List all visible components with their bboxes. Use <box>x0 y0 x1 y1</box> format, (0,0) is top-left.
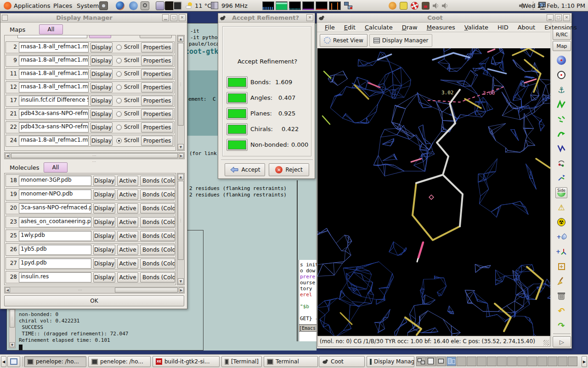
molecule-bonds-button[interactable]: Bonds (Colou <box>140 259 175 269</box>
molecule-bonds-button[interactable]: Bonds (Colou <box>140 190 175 200</box>
molecules-all-button[interactable]: All <box>44 162 68 172</box>
workspace-cell[interactable] <box>548 356 557 366</box>
molecule-active-button[interactable]: Active <box>117 259 138 269</box>
molecule-display-button[interactable]: Display <box>93 245 115 255</box>
workspace-cell[interactable] <box>467 356 476 366</box>
molecule-active-button[interactable]: Active <box>117 272 138 282</box>
molecule-active-button[interactable]: Active <box>117 217 138 227</box>
map-name-entry[interactable]: insulin.fcf.cif Difference Sig <box>19 96 89 106</box>
map-display-button[interactable]: Display <box>90 42 113 52</box>
workspace-cell[interactable] <box>558 356 567 366</box>
map-name-entry[interactable]: rnasa-1.8-all_refmac1.mtz F <box>19 42 89 52</box>
menu-places[interactable]: Places <box>53 0 72 11</box>
maps-vscrollbar[interactable]: ▲ ⋮ ▼ <box>177 35 185 151</box>
tray-speaker-icon[interactable] <box>432 2 440 9</box>
window-menu-icon[interactable] <box>2 15 8 21</box>
thunderbird-launcher-icon[interactable] <box>129 1 138 10</box>
menu-measures[interactable]: Measures <box>423 23 459 32</box>
sysmon-load-graph[interactable] <box>316 1 328 10</box>
paned-handle[interactable]: ⋯ <box>83 160 105 164</box>
menu-applications[interactable]: Applications <box>14 0 50 11</box>
sysmon-net-graph[interactable] <box>289 1 301 10</box>
ok-button[interactable]: OK <box>4 295 184 306</box>
taskbar-item[interactable]: penelope: /ho... <box>88 356 151 367</box>
maximize-button[interactable]: □ <box>555 14 562 21</box>
workspace-cell[interactable] <box>497 356 507 366</box>
molecule-bonds-button[interactable]: Bonds (Colou <box>140 176 175 186</box>
display-manager-titlebar[interactable]: Display Manager ▁ □ ✕ <box>0 13 187 23</box>
map-scroll-radio[interactable] <box>116 98 122 104</box>
accept-button[interactable]: Accept <box>225 163 265 176</box>
menu-system[interactable]: System <box>77 0 99 11</box>
workspace-cell[interactable] <box>457 356 466 366</box>
map-scroll-radio[interactable] <box>116 58 122 63</box>
molecule-display-button[interactable]: Display <box>93 203 115 213</box>
molecules-vscrollbar[interactable]: ▲ ⋮ ▼ <box>177 173 185 285</box>
dialog-titlebar[interactable]: Accept Refinement? ✕ <box>218 13 315 23</box>
menu-about[interactable]: About <box>514 23 539 32</box>
tasklist-right-arrow[interactable]: ▶ <box>582 356 587 367</box>
weather-applet-icon[interactable] <box>186 2 193 9</box>
regularize-button[interactable] <box>553 113 570 126</box>
map-properties-button[interactable]: Properties <box>141 122 173 132</box>
taskbar-item[interactable]: [Terminal] <box>221 356 262 367</box>
map-properties-button[interactable]: Properties <box>141 136 173 146</box>
molecule-display-button[interactable]: Display <box>93 259 115 269</box>
sysmon-mem-graph[interactable] <box>276 1 288 10</box>
mail-clock-applet-icon[interactable] <box>156 1 164 10</box>
menu-file[interactable]: File <box>321 23 339 32</box>
undo-button[interactable]: ↶ <box>553 304 570 317</box>
molecule-active-button[interactable]: Active <box>117 190 138 200</box>
map-properties-button[interactable]: Properties <box>141 69 173 79</box>
auto-fit-rotamer-button[interactable] <box>553 157 570 170</box>
map-name-entry[interactable]: pdb43ca-sans-NPO-refmac <box>19 109 89 119</box>
map-display-button[interactable]: Display <box>90 69 113 79</box>
network-monitor-icon[interactable] <box>344 2 352 9</box>
workspace-cell[interactable] <box>447 356 456 366</box>
close-button[interactable]: ✕ <box>306 14 313 21</box>
gl-canvas[interactable]: 3.02 3.00 <box>317 48 550 336</box>
maps-all-button[interactable]: All <box>39 24 63 34</box>
simple-mutate-button[interactable]: ⚠ <box>553 201 570 214</box>
maximize-button[interactable]: □ <box>170 14 177 21</box>
distro-logo-icon[interactable] <box>4 2 11 10</box>
taskbar-item[interactable]: Display Manag... <box>367 356 414 367</box>
molecules-hscrollbar[interactable]: ◀ ⋯ ▶ <box>4 287 185 293</box>
map-name-entry[interactable]: pdb43ca-sans-NPO-refmac <box>19 122 89 132</box>
taskbar-item[interactable]: penelope: /ho... <box>24 356 86 367</box>
map-display-button[interactable]: Display <box>90 122 113 132</box>
map-scroll-radio[interactable] <box>116 125 122 130</box>
workspace-cell[interactable] <box>517 356 527 366</box>
molecule-name-entry[interactable]: 3ca-sans-NPO-refmaced.pdl <box>19 203 91 213</box>
workspace-cell[interactable] <box>436 356 446 366</box>
map-properties-button[interactable]: Properties <box>141 82 173 92</box>
music-launcher-icon[interactable] <box>141 1 149 10</box>
tray-mixer-icon[interactable] <box>422 2 430 10</box>
real-space-refine-button[interactable] <box>553 98 570 111</box>
add-terminal-residue-button[interactable]: + <box>553 260 570 273</box>
map-scroll-radio[interactable] <box>116 111 122 117</box>
taskbar-item[interactable]: Coot <box>319 356 365 367</box>
map-display-button[interactable]: Display <box>90 136 113 146</box>
close-button[interactable]: ✕ <box>179 14 186 21</box>
add-water-button[interactable]: + <box>553 230 570 243</box>
display-manager-toolbar-button[interactable]: Display Manager <box>369 34 433 47</box>
rigid-body-button[interactable] <box>553 127 570 140</box>
menu-draw[interactable]: Draw <box>398 23 422 32</box>
reject-button[interactable]: ✕ Reject <box>269 163 309 176</box>
molecule-bonds-button[interactable]: Bonds (Colou <box>140 245 175 255</box>
molecule-display-button[interactable]: Display <box>93 217 115 227</box>
sysmon-cpu-graph[interactable] <box>262 1 274 10</box>
molecule-active-button[interactable]: Active <box>117 176 138 186</box>
molecule-name-entry[interactable]: 1pyd.pdb <box>19 259 91 269</box>
map-display-button[interactable]: Display <box>90 109 113 119</box>
refine-rc-button[interactable]: R/RC <box>553 29 571 40</box>
redo-button[interactable]: ↷ <box>553 319 570 332</box>
map-properties-button[interactable]: Properties <box>141 42 173 52</box>
map-scroll-radio[interactable] <box>116 71 122 77</box>
molecule-display-button[interactable]: Display <box>93 190 115 200</box>
show-desktop-button[interactable] <box>7 356 20 367</box>
coot-titlebar[interactable]: Coot ▁ □ ✕ <box>317 13 571 23</box>
map-properties-button[interactable]: Properties <box>141 109 173 119</box>
molecule-bonds-button[interactable]: Bonds (Colou <box>140 231 175 241</box>
